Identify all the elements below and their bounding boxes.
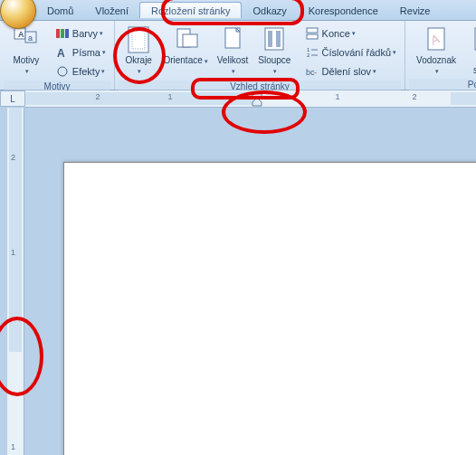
breaks-label: Konce [322, 28, 350, 39]
line-numbers-icon: 12 [305, 46, 319, 59]
vertical-ruler[interactable]: 2 1 1 [7, 108, 24, 455]
effects-button[interactable]: Efekty▾ [51, 62, 110, 81]
chevron-down-icon: ▾ [373, 68, 376, 75]
ribbon-tabs: Domů Vložení Rozložení stránky Odkazy Ko… [0, 0, 476, 21]
tab-page-layout[interactable]: Rozložení stránky [139, 2, 242, 18]
colors-button[interactable]: Barvy▾ [51, 24, 110, 43]
ruler-v-num: 1 [11, 248, 15, 257]
tab-references[interactable]: Odkazy [242, 3, 297, 18]
hyphenation-label: Dělení slov [322, 66, 371, 77]
tab-review[interactable]: Revize [389, 3, 442, 18]
svg-rect-5 [61, 29, 64, 38]
columns-label: Sloupce [258, 55, 290, 65]
chevron-down-icon: ▾ [138, 68, 141, 74]
page-color-button[interactable]: Barstrán [465, 23, 476, 79]
breaks-icon [305, 27, 319, 40]
themes-label: Motivy [13, 55, 39, 65]
chevron-down-icon: ▾ [101, 68, 105, 75]
svg-rect-6 [65, 29, 69, 38]
ruler-h-num: 1 [167, 92, 172, 101]
svg-rect-18 [307, 34, 318, 39]
svg-text:A: A [18, 30, 24, 39]
horizontal-ruler[interactable]: 2 1 1 2 [25, 90, 476, 108]
watermark-icon: A [422, 25, 451, 54]
hyphenation-button[interactable]: bc- Dělení slov▾ [300, 62, 401, 81]
group-page-setup: Okraje▾ Orientace▾ Velikost▾ Sloupce▾ Ko… [115, 21, 405, 90]
svg-text:2: 2 [307, 52, 310, 58]
chevron-down-icon: ▾ [273, 68, 277, 74]
hyphenation-icon: bc- [305, 65, 319, 78]
margins-label: Okraje [125, 55, 151, 65]
tab-home[interactable]: Domů [36, 3, 84, 18]
chevron-down-icon: ▾ [205, 58, 208, 64]
watermark-button[interactable]: A Vodoznak▾ [409, 23, 463, 79]
group-themes: Aa Motivy▾ Barvy▾ A Písma▾ Efekty▾ Mo [0, 21, 115, 90]
svg-rect-16 [276, 31, 281, 47]
watermark-label: Vodoznak [416, 55, 456, 65]
ruler-v-num: 1 [11, 442, 15, 451]
page[interactable] [63, 162, 476, 455]
line-numbers-label: Číslování řádků [322, 47, 391, 58]
tab-insert[interactable]: Vložení [84, 3, 139, 18]
chevron-down-icon: ▾ [352, 30, 356, 37]
chevron-down-icon: ▾ [435, 68, 439, 74]
line-numbers-button[interactable]: 12 Číslování řádků▾ [300, 43, 401, 62]
orientation-icon [171, 25, 200, 54]
group-page-background-title: Pozadí [409, 79, 476, 90]
group-page-background: A Vodoznak▾ Barstrán Pozadí [405, 21, 476, 90]
fonts-icon: A [55, 46, 70, 59]
svg-marker-29 [252, 98, 262, 106]
ruler-h-num: 2 [95, 92, 100, 101]
svg-rect-12 [183, 34, 197, 47]
breaks-button[interactable]: Konce▾ [300, 24, 401, 43]
effects-icon [55, 65, 70, 78]
size-label: Velikost [217, 55, 248, 65]
document-area: 2 1 1 ¶ [0, 108, 476, 455]
svg-point-8 [58, 67, 67, 76]
svg-rect-4 [56, 29, 60, 38]
hanging-indent-marker[interactable] [252, 98, 262, 107]
page-color-icon [469, 25, 476, 54]
columns-icon [260, 25, 289, 54]
svg-rect-17 [307, 28, 318, 33]
margins-button[interactable]: Okraje▾ [119, 23, 158, 79]
svg-text:A: A [57, 47, 65, 59]
svg-rect-15 [268, 31, 272, 47]
ruler-h-num: 2 [412, 92, 416, 101]
themes-button[interactable]: Aa Motivy▾ [4, 23, 49, 79]
chevron-down-icon: ▾ [100, 30, 103, 37]
svg-text:-: - [314, 68, 317, 77]
ruler-v-num: 2 [11, 153, 15, 162]
svg-text:a: a [28, 33, 33, 43]
tab-mailings[interactable]: Korespondence [298, 3, 389, 18]
ribbon: Aa Motivy▾ Barvy▾ A Písma▾ Efekty▾ Mo [0, 21, 476, 90]
orientation-label: Orientace [163, 55, 202, 65]
fonts-label: Písma [72, 47, 100, 58]
chevron-down-icon: ▾ [25, 68, 29, 74]
margins-icon [124, 25, 153, 54]
chevron-down-icon: ▾ [232, 68, 235, 74]
ruler-h-num: 1 [335, 92, 339, 101]
colors-label: Barvy [72, 28, 98, 39]
themes-icon: Aa [12, 25, 41, 54]
colors-icon [55, 27, 70, 40]
chevron-down-icon: ▾ [393, 49, 396, 56]
fonts-button[interactable]: A Písma▾ [51, 43, 110, 62]
tab-selector[interactable]: L [0, 90, 25, 107]
columns-button[interactable]: Sloupce▾ [254, 23, 294, 79]
size-button[interactable]: Velikost▾ [213, 23, 252, 79]
chevron-down-icon: ▾ [102, 49, 106, 56]
size-icon [218, 25, 247, 54]
orientation-button[interactable]: Orientace▾ [160, 23, 210, 79]
effects-label: Efekty [72, 66, 100, 77]
